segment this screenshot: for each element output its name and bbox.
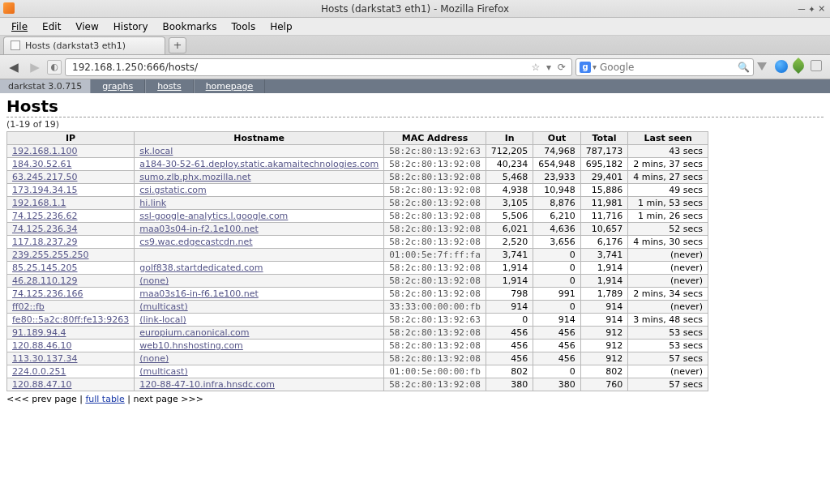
nav-graphs[interactable]: graphs (90, 79, 145, 93)
site-identity-icon[interactable]: ◐ (47, 60, 62, 75)
back-button[interactable]: ◀ (5, 58, 23, 76)
pager-sep1: | (77, 394, 86, 404)
cell-in: 1,914 (486, 262, 533, 275)
cell-ip[interactable]: 113.30.137.34 (7, 352, 135, 365)
menu-tools[interactable]: Tools (225, 19, 263, 34)
cell-total: 3,741 (580, 249, 628, 262)
downloads-icon[interactable] (757, 60, 772, 75)
cell-lastseen: (never) (628, 249, 708, 262)
cell-ip[interactable]: 74.125.236.62 (7, 210, 135, 223)
cell-hostname[interactable]: csi.gstatic.com (135, 184, 384, 197)
cell-out: 8,876 (533, 197, 581, 210)
table-row: 74.125.236.34maa03s04-in-f2.1e100.net58:… (7, 223, 708, 236)
cell-lastseen: 2 mins, 34 secs (628, 288, 708, 301)
cell-ip[interactable]: 46.28.110.129 (7, 275, 135, 288)
menu-view[interactable]: View (69, 19, 105, 34)
cell-in: 712,205 (486, 145, 533, 158)
col-in[interactable]: In (486, 132, 533, 145)
cell-ip[interactable]: 239.255.255.250 (7, 249, 135, 262)
table-row: 113.30.137.34(none)58:2c:80:13:92:084564… (7, 352, 708, 365)
cell-hostname[interactable]: (none) (135, 352, 384, 365)
cell-hostname[interactable]: hi.link (135, 197, 384, 210)
pager-full-link[interactable]: full table (85, 394, 124, 404)
cell-mac: 58:2c:80:13:92:08 (384, 262, 486, 275)
cell-ip[interactable]: 173.194.34.15 (7, 184, 135, 197)
cell-hostname[interactable]: (link-local) (135, 314, 384, 327)
cell-total: 695,182 (580, 158, 628, 171)
search-bar[interactable]: g ▾ 🔍 (575, 58, 754, 76)
cell-mac: 58:2c:80:13:92:08 (384, 223, 486, 236)
reader-mode-icon[interactable]: ☆ (529, 61, 542, 74)
dropdown-icon[interactable]: ▾ (542, 61, 555, 74)
cell-hostname[interactable]: cs9.wac.edgecastcdn.net (135, 236, 384, 249)
cell-hostname[interactable]: (multicast) (135, 301, 384, 314)
menu-file[interactable]: File (5, 19, 34, 34)
cell-ip[interactable]: 63.245.217.50 (7, 171, 135, 184)
minimize-button[interactable]: — (798, 2, 805, 15)
reload-icon[interactable]: ⟳ (555, 61, 568, 74)
col-out[interactable]: Out (533, 132, 581, 145)
menu-help[interactable]: Help (263, 19, 298, 34)
table-row: 74.125.236.166maa03s16-in-f6.1e100.net58… (7, 288, 708, 301)
cell-lastseen: 4 mins, 27 secs (628, 171, 708, 184)
home-icon[interactable] (775, 60, 789, 75)
cell-ip[interactable]: 91.189.94.4 (7, 327, 135, 340)
cell-ip[interactable]: 184.30.52.61 (7, 158, 135, 171)
cell-lastseen: 43 secs (628, 145, 708, 158)
cell-ip[interactable]: 224.0.0.251 (7, 365, 135, 378)
cell-total: 912 (580, 327, 628, 340)
cell-ip[interactable]: 85.25.145.205 (7, 262, 135, 275)
cell-hostname[interactable]: web10.hnshosting.com (135, 340, 384, 352)
table-row: 74.125.236.62ssl-google-analytics.l.goog… (7, 210, 708, 223)
cell-hostname[interactable]: maa03s04-in-f2.1e100.net (135, 223, 384, 236)
cell-ip[interactable]: 117.18.237.29 (7, 236, 135, 249)
search-submit-icon[interactable]: 🔍 (737, 61, 750, 74)
url-input[interactable] (69, 62, 529, 73)
col-mac[interactable]: MAC Address (384, 132, 486, 145)
menu-history[interactable]: History (107, 19, 155, 34)
browser-tab[interactable]: Hosts (darkstat3 eth1) (3, 36, 165, 54)
menu-edit[interactable]: Edit (36, 19, 67, 34)
addon-leaf-icon[interactable] (793, 60, 807, 75)
cell-lastseen: (never) (628, 365, 708, 378)
maximize-button[interactable]: ✦ (808, 2, 815, 15)
cell-mac: 58:2c:80:13:92:08 (384, 197, 486, 210)
cell-out: 0 (533, 249, 581, 262)
cell-ip[interactable]: 120.88.46.10 (7, 340, 135, 352)
cell-ip[interactable]: 192.168.1.1 (7, 197, 135, 210)
cell-ip[interactable]: ff02::fb (7, 301, 135, 314)
cell-in: 380 (486, 378, 533, 391)
cell-hostname[interactable] (135, 249, 384, 262)
col-hostname[interactable]: Hostname (135, 132, 384, 145)
cell-hostname[interactable]: maa03s16-in-f6.1e100.net (135, 288, 384, 301)
cell-hostname[interactable]: sk.local (135, 145, 384, 158)
cell-ip[interactable]: 74.125.236.166 (7, 288, 135, 301)
cell-hostname[interactable]: (multicast) (135, 365, 384, 378)
cell-hostname[interactable]: ssl-google-analytics.l.google.com (135, 210, 384, 223)
cell-hostname[interactable]: europium.canonical.com (135, 327, 384, 340)
cell-hostname[interactable]: (none) (135, 275, 384, 288)
cell-hostname[interactable]: a184-30-52-61.deploy.static.akamaitechno… (135, 158, 384, 171)
cell-ip[interactable]: 120.88.47.10 (7, 378, 135, 391)
menu-bookmarks[interactable]: Bookmarks (156, 19, 224, 34)
cell-hostname[interactable]: golf838.startdedicated.com (135, 262, 384, 275)
cell-lastseen: 2 mins, 37 secs (628, 158, 708, 171)
addon-cup-icon[interactable] (811, 60, 825, 75)
cell-ip[interactable]: 74.125.236.34 (7, 223, 135, 236)
search-input[interactable] (597, 62, 737, 73)
cell-ip[interactable]: fe80::5a2c:80ff:fe13:9263 (7, 314, 135, 327)
forward-button[interactable]: ▶ (26, 58, 44, 76)
url-bar[interactable]: ☆ ▾ ⟳ (65, 58, 572, 76)
toolbar: ◀ ▶ ◐ ☆ ▾ ⟳ g ▾ 🔍 (0, 55, 830, 79)
cell-hostname[interactable]: sumo.zlb.phx.mozilla.net (135, 171, 384, 184)
nav-hosts[interactable]: hosts (145, 79, 193, 93)
nav-homepage[interactable]: homepage (194, 79, 266, 93)
cell-lastseen: (never) (628, 301, 708, 314)
col-ip[interactable]: IP (7, 132, 135, 145)
col-lastseen[interactable]: Last seen (628, 132, 708, 145)
close-button[interactable]: × (819, 2, 825, 15)
new-tab-button[interactable]: + (169, 37, 186, 53)
cell-hostname[interactable]: 120-88-47-10.infra.hnsdc.com (135, 378, 384, 391)
col-total[interactable]: Total (580, 132, 628, 145)
cell-ip[interactable]: 192.168.1.100 (7, 145, 135, 158)
